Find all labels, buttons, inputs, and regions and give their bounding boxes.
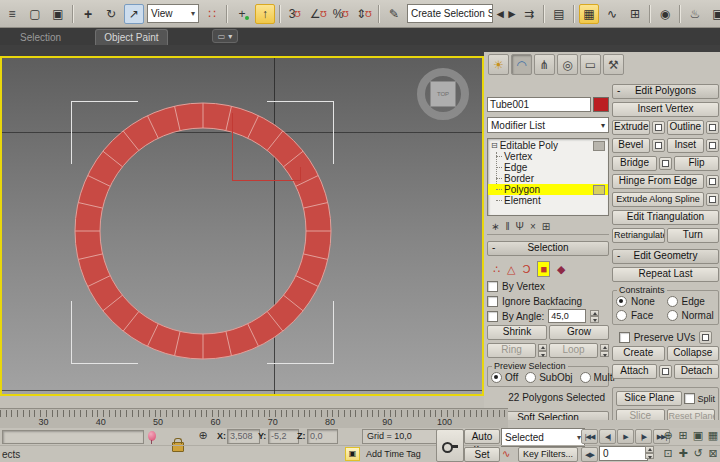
zoom-all-icon[interactable]: ⊞	[676, 428, 690, 442]
select-and-rotate-icon[interactable]: ↻	[101, 4, 121, 24]
object-color-swatch[interactable]	[593, 97, 609, 112]
extrude-button[interactable]: Extrude	[612, 120, 650, 135]
x-coordinate-field[interactable]: 3,508	[227, 429, 260, 444]
track-bar[interactable]: 30405060708090100	[0, 408, 508, 430]
mirror-icon[interactable]: ◄►	[496, 4, 516, 24]
split-checkbox[interactable]	[684, 393, 695, 404]
attach-button[interactable]: Attach	[612, 364, 657, 379]
orbit-icon[interactable]: ↺	[691, 446, 705, 460]
create-tab[interactable]: ☀	[488, 54, 509, 75]
loop-button[interactable]: Loop	[549, 343, 598, 358]
object-name-field[interactable]: Tube001	[487, 97, 591, 112]
schematic-view-icon[interactable]: ⊞	[625, 4, 645, 24]
expand-icon[interactable]: ⊟	[491, 140, 498, 151]
viewcube[interactable]: TOP	[417, 68, 469, 120]
select-and-move-icon[interactable]: +	[78, 4, 98, 24]
zoom-region-icon[interactable]: ⊡	[661, 446, 675, 460]
adaptive-degradation-icon[interactable]: ▣	[345, 447, 360, 461]
loop-spinner[interactable]	[600, 344, 609, 357]
selection-rollout-header[interactable]: - Selection	[487, 241, 609, 256]
set-key-button[interactable]: Set Key	[464, 447, 500, 462]
bridge-button[interactable]: Bridge	[612, 156, 657, 171]
stack-item-edge[interactable]: Edge	[488, 162, 608, 173]
by-angle-checkbox[interactable]	[487, 311, 498, 322]
zoom-icon[interactable]: ⊕	[661, 428, 675, 442]
spinner-snap-icon[interactable]: ⇕Ω	[354, 4, 374, 24]
viewport-canvas[interactable]: TOP	[2, 58, 482, 394]
go-to-start-button[interactable]: |◀◀	[581, 429, 598, 444]
bevel-settings-icon[interactable]	[652, 139, 665, 152]
select-by-name-icon[interactable]: ≡	[2, 4, 22, 24]
collapse-button[interactable]: Collapse	[667, 346, 720, 361]
extrude-settings-icon[interactable]	[652, 121, 665, 134]
play-button[interactable]: ▶	[617, 429, 634, 444]
modifier-toggle-icon[interactable]	[593, 141, 605, 151]
by-vertex-checkbox[interactable]	[487, 281, 498, 292]
pan-icon[interactable]: ✚	[676, 446, 690, 460]
preserve-uvs-checkbox[interactable]	[619, 332, 630, 343]
hinge-settings-icon[interactable]	[706, 175, 719, 188]
preview-multi-radio[interactable]	[580, 372, 591, 383]
turn-button[interactable]: Turn	[667, 228, 720, 243]
use-pivot-point-center-icon[interactable]: ∷	[202, 4, 222, 24]
shrink-button[interactable]: Shrink	[487, 325, 547, 340]
select-and-scale-icon[interactable]: ↗	[124, 4, 144, 24]
preview-off-radio[interactable]	[491, 372, 502, 383]
curve-editor-icon[interactable]: ∿	[602, 4, 622, 24]
render-setup-icon[interactable]: ♨	[685, 4, 705, 24]
ribbon-tab-selection[interactable]: Selection	[12, 30, 69, 45]
extrude-along-spline-settings-icon[interactable]	[706, 193, 719, 206]
flip-button[interactable]: Flip	[674, 156, 719, 171]
zoom-extents-all-icon[interactable]: ▦	[706, 428, 720, 442]
preview-subobj-radio[interactable]	[525, 372, 536, 383]
configure-modifier-sets-icon[interactable]: ⊞	[542, 221, 550, 232]
make-unique-icon[interactable]: Ψ	[516, 221, 524, 232]
polygon-subobject-icon[interactable]: ■	[537, 261, 550, 277]
hierarchy-tab[interactable]: ⋔	[534, 54, 555, 75]
frame-spinner[interactable]	[645, 446, 654, 459]
stack-item-root[interactable]: ⊟Editable Poly	[488, 140, 608, 151]
border-subobject-icon[interactable]: Ɔ	[522, 262, 530, 276]
edit-named-selection-sets-icon[interactable]: ✎	[384, 4, 404, 24]
edit-triangulation-button[interactable]: Edit Triangulation	[612, 210, 719, 225]
named-selection-set-dropdown[interactable]: Create Selection Se	[407, 4, 493, 23]
constraint-normal-radio[interactable]	[667, 310, 678, 321]
snaps-toggle-icon[interactable]: 3Ω	[285, 4, 305, 24]
next-frame-button[interactable]: |▶	[635, 429, 652, 444]
stack-item-polygon[interactable]: Polygon	[488, 184, 608, 195]
detach-button[interactable]: Detach	[674, 364, 719, 379]
ignore-backfacing-checkbox[interactable]	[487, 296, 498, 307]
viewcube-top-face[interactable]: TOP	[430, 81, 456, 107]
absolute-offset-mode-icon[interactable]: ⊕	[196, 429, 210, 443]
scene-explorer-icon[interactable]: ▦	[579, 4, 599, 24]
maxscript-mini-listener[interactable]	[2, 430, 144, 444]
modifier-list-dropdown[interactable]: Modifier List	[487, 117, 609, 133]
bevel-button[interactable]: Bevel	[612, 138, 650, 153]
zoom-extents-icon[interactable]: ▣	[691, 428, 705, 442]
rendered-frame-window-icon[interactable]: ▣	[708, 4, 720, 24]
notification-balloon-icon[interactable]	[148, 431, 156, 441]
edge-subobject-icon[interactable]: △	[507, 262, 515, 276]
modify-tab[interactable]: ◠	[511, 54, 532, 75]
attach-settings-icon[interactable]	[659, 365, 672, 378]
slice-plane-button[interactable]: Slice Plane	[616, 391, 682, 406]
ribbon-minimize-dropdown[interactable]: ▭ ▾	[212, 29, 239, 43]
viewport-top[interactable]: TOP	[0, 56, 484, 396]
pin-stack-icon[interactable]: ∗	[491, 221, 499, 232]
vertex-subobject-icon[interactable]: ∴	[493, 262, 500, 276]
edit-polygons-rollout-header[interactable]: - Edit Polygons	[612, 84, 719, 99]
display-tab[interactable]: ▭	[580, 54, 601, 75]
reset-plane-button[interactable]: Reset Plane	[667, 409, 716, 420]
stack-item-element[interactable]: Element	[488, 195, 608, 206]
previous-frame-button[interactable]: ◀|	[599, 429, 616, 444]
remove-modifier-icon[interactable]: ×	[530, 221, 536, 232]
keyboard-shortcut-override-icon[interactable]: ↑	[255, 4, 275, 24]
element-subobject-icon[interactable]: ◆	[557, 262, 565, 276]
ribbon-tab-object-paint[interactable]: Object Paint	[95, 29, 167, 45]
z-coordinate-field[interactable]: 0,0	[307, 429, 338, 444]
grow-button[interactable]: Grow	[549, 325, 609, 340]
ring-spinner[interactable]	[538, 344, 547, 357]
repeat-last-button[interactable]: Repeat Last	[612, 267, 719, 282]
layer-manager-icon[interactable]: ▤	[549, 4, 569, 24]
add-time-tag[interactable]: Add Time Tag	[362, 448, 436, 460]
